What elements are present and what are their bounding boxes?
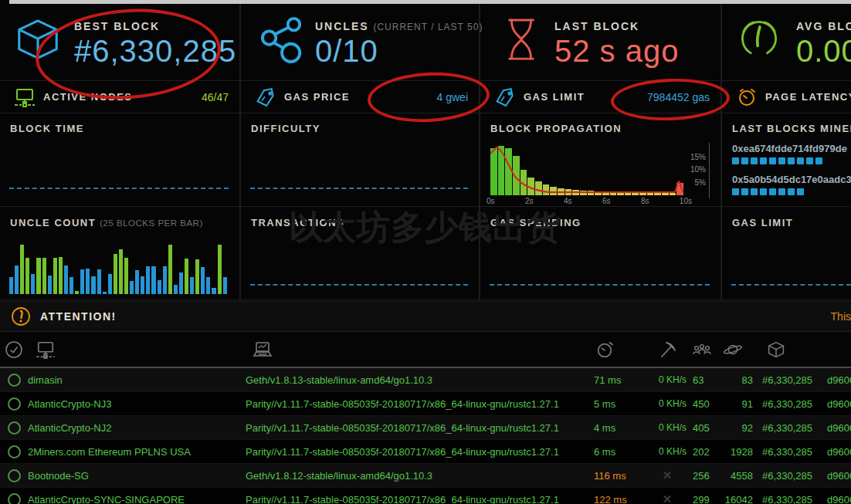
- y-tick-label: 10%: [690, 165, 706, 174]
- active-nodes-value: 46/47: [202, 91, 229, 103]
- node-block: #6,330,285: [753, 422, 819, 434]
- panel-block-propagation: BLOCK PROPAGATION 15%10%5% 0s2s4s6s8s10s: [480, 113, 720, 206]
- node-block: #6,330,285: [753, 494, 819, 504]
- gauge-icon: [736, 15, 782, 65]
- panel-title: BLOCK PROPAGATION: [490, 123, 622, 134]
- price-tag-icon: [255, 87, 276, 110]
- empty-chart-baseline: [9, 188, 229, 189]
- stat-label: UNCLES: [315, 20, 369, 32]
- uncle-count-bar: [151, 266, 155, 294]
- stat-sublabel: (CURRENT / LAST 50): [373, 22, 483, 32]
- uncles-icon: [259, 15, 304, 66]
- attention-link[interactable]: This: [831, 310, 851, 323]
- uncle-count-bar: [80, 269, 84, 294]
- node-status-pin[interactable]: [0, 445, 28, 458]
- node-table-row[interactable]: 2Miners.com Ethereum PPLNS USAParity//v1…: [0, 440, 851, 464]
- mined-block-square: [751, 157, 758, 164]
- panel-title: BLOCK TIME: [10, 123, 84, 134]
- uncle-count-bar: [36, 258, 40, 294]
- node-status-pin[interactable]: [0, 374, 28, 387]
- node-pending: 1928: [722, 446, 753, 458]
- stat-last-block: LAST BLOCK 52 s ago: [480, 5, 720, 80]
- node-block-hash: d9600ce: [819, 398, 851, 410]
- nodes-monitor-icon: [14, 87, 36, 110]
- node-table-row[interactable]: AtlanticCrypto-SYNC-SINGAPOREParity//v1.…: [0, 488, 851, 504]
- panel-uncle-count: UNCLE COUNT (25 BLOCKS PER BAR): [0, 208, 239, 299]
- uncle-count-bar: [59, 257, 63, 294]
- uncle-count-bar: [195, 259, 199, 294]
- node-client: Parity//v1.11.7-stable-085035f-20180717/…: [246, 494, 591, 504]
- empty-chart-baseline: [250, 284, 468, 286]
- uncle-count-bar: [190, 277, 194, 294]
- node-status-pin[interactable]: [0, 469, 28, 482]
- mining-pickaxe-icon[interactable]: [646, 340, 688, 359]
- node-pending: 91: [722, 398, 753, 410]
- miner-address[interactable]: 0xea674fdde714fd979de: [732, 143, 851, 154]
- stat-label: PAGE LATENCY: [765, 91, 851, 103]
- status-circle-icon: [8, 445, 21, 458]
- block-cube-icon[interactable]: [753, 340, 819, 359]
- uncles-value: 0/10: [315, 34, 378, 69]
- peers-icon[interactable]: [688, 342, 722, 357]
- propagation-curve: [490, 144, 683, 195]
- node-latency: 71 ms: [591, 374, 646, 386]
- node-name: Bootnode-SG: [28, 470, 246, 482]
- node-block-hash: d9600ce: [819, 494, 851, 504]
- miner-address[interactable]: 0x5a0b54d5dc17e0aadc3: [732, 174, 851, 185]
- uncle-count-bar: [108, 274, 112, 294]
- stat-label: GAS PRICE: [284, 91, 350, 103]
- node-table-row[interactable]: AtlanticCrypto-NJ2Parity//v1.11.7-stable…: [0, 416, 851, 440]
- node-client: Parity//v1.11.7-stable-085035f-20180717/…: [246, 422, 591, 434]
- node-block: #6,330,285: [753, 374, 819, 386]
- uncle-count-bar: [48, 276, 52, 294]
- status-circle-icon: [8, 397, 21, 411]
- node-table-row[interactable]: dimasinGeth/v1.8.13-stable/linux-amd64/g…: [0, 368, 851, 392]
- uncle-count-bar: [174, 285, 178, 294]
- stat-page-latency: PAGE LATENCY: [722, 82, 851, 113]
- uncle-count-bar: [141, 276, 144, 294]
- node-status-pin[interactable]: [0, 397, 28, 411]
- uncle-count-bar: [25, 258, 29, 294]
- propagation-axis-line: [709, 143, 710, 198]
- uncle-count-bar: [75, 291, 79, 294]
- node-table-row[interactable]: Bootnode-SGGeth/v1.8.12-stable/linux-amd…: [0, 464, 851, 488]
- uncle-count-bar: [86, 269, 90, 294]
- panel-title: GAS LIMIT: [732, 217, 793, 228]
- mined-block-square: [732, 157, 739, 164]
- x-tick-label: 2s: [525, 197, 534, 205]
- pending-saturn-icon[interactable]: [722, 342, 753, 357]
- stat-label: LAST BLOCK: [554, 20, 639, 32]
- client-laptop-icon[interactable]: [246, 341, 591, 358]
- uncle-count-bar: [206, 277, 210, 294]
- attention-bar: ATTENTION! This: [0, 301, 851, 332]
- status-circle-icon: [8, 421, 21, 435]
- propagation-x-axis: 0s2s4s6s8s10s: [487, 197, 692, 205]
- empty-chart-baseline: [250, 188, 468, 189]
- latency-clock-icon[interactable]: [591, 340, 646, 359]
- node-peers: 450: [688, 398, 722, 410]
- mined-block-square: [788, 157, 795, 164]
- mined-block-square: [815, 157, 822, 164]
- node-status-pin[interactable]: [0, 493, 28, 504]
- node-status-pin[interactable]: [0, 421, 28, 435]
- node-table-row[interactable]: AtlanticCrypto-NJ3Parity//v1.11.7-stable…: [0, 392, 851, 416]
- status-circle-icon: [8, 493, 21, 504]
- uncle-count-bar: [158, 280, 161, 294]
- mined-block-square: [732, 188, 739, 195]
- node-block-hash: d9600ce: [819, 470, 851, 482]
- uncle-count-bar: [146, 266, 150, 294]
- uncle-count-bar: [42, 258, 46, 294]
- mined-block-square: [769, 188, 776, 195]
- stat-label: GAS LIMIT: [524, 91, 585, 103]
- mined-block-square: [778, 157, 785, 164]
- check-circle-icon[interactable]: [0, 340, 28, 359]
- node-monitor-icon[interactable]: [28, 340, 246, 359]
- nodes-table-header: [0, 332, 851, 368]
- node-latency: 4 ms: [591, 422, 646, 434]
- node-client: Geth/v1.8.13-stable/linux-amd64/go1.10.3: [246, 374, 591, 386]
- node-peers: 299: [688, 494, 722, 504]
- uncle-count-bar: [185, 259, 188, 294]
- node-block: #6,330,285: [753, 446, 819, 458]
- node-name: AtlanticCrypto-SYNC-SINGAPORE: [28, 494, 246, 504]
- uncle-count-bar: [103, 292, 107, 294]
